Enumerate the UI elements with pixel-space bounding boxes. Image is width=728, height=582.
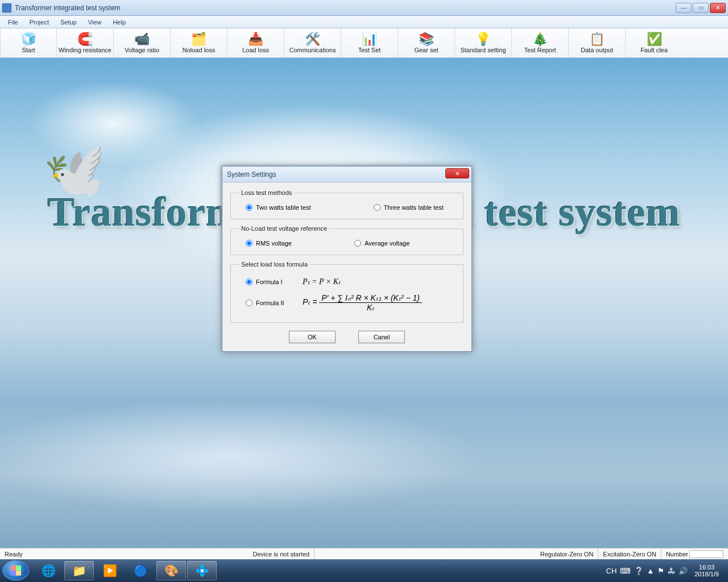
load-loss-formula-group: Select load loss formula Formula I Pₜ = …: [230, 261, 464, 323]
clock-date: 2018/1/9: [694, 571, 719, 577]
group-legend: Select load loss formula: [239, 261, 310, 268]
taskbar-explorer[interactable]: 📁: [64, 561, 94, 580]
taskbar-clock[interactable]: 16:03 2018/1/9: [691, 563, 722, 579]
dialog-titlebar[interactable]: System Settings ✕: [222, 167, 471, 182]
toolbar-label: Winding resistance: [59, 47, 111, 53]
close-button[interactable]: ✕: [710, 3, 726, 13]
status-regulator: Regulator-Zero ON: [536, 548, 599, 559]
radio-three-watts[interactable]: Three watts table test: [374, 204, 444, 211]
status-ready: Ready: [0, 548, 27, 559]
number-label: Number: [666, 551, 688, 558]
formula-1-math: Pₜ = P × Kₜ: [303, 277, 341, 286]
radio-label: Two watts table test: [256, 204, 311, 211]
toolbar-standard-setting[interactable]: 💡Standard setting: [455, 28, 512, 57]
toolbar-label: Noload loss: [183, 47, 215, 53]
toolbar-label: Data output: [581, 47, 613, 53]
radio-input[interactable]: [246, 278, 253, 285]
system-tray: CH ⌨ ❔ ▲ ⚑ 🖧 🔊 16:03 2018/1/9: [606, 563, 726, 579]
radio-formula-1[interactable]: Formula I: [246, 278, 303, 285]
status-bar: Ready Device is not started Regulator-Ze…: [0, 548, 728, 559]
app-icon: [2, 3, 11, 13]
toolbar-label: Gear set: [414, 47, 438, 53]
toolbar-label: Voltage ratio: [125, 47, 159, 53]
radio-input[interactable]: [246, 300, 253, 306]
toolbar-voltage-ratio[interactable]: 📹Voltage ratio: [114, 28, 171, 57]
minimize-button[interactable]: —: [676, 3, 692, 13]
menu-setup[interactable]: Setup: [55, 18, 82, 27]
radio-two-watts[interactable]: Two watts table test: [246, 204, 311, 211]
maximize-button[interactable]: ▭: [693, 3, 709, 13]
system-settings-dialog: System Settings ✕ Loss test methods Two …: [222, 166, 472, 352]
main-background: 🕊️ Transformer integrated test system Sy…: [0, 58, 728, 548]
radio-input[interactable]: [246, 240, 253, 247]
menu-file[interactable]: File: [2, 18, 24, 27]
menu-project[interactable]: Project: [24, 18, 55, 27]
camera-icon: 📹: [134, 33, 150, 45]
tree-icon: 🎄: [532, 33, 548, 45]
toolbar-label: Test Set: [358, 47, 381, 53]
start-button[interactable]: [2, 560, 30, 581]
radio-label: Three watts table test: [384, 204, 444, 211]
toolbar-label: Test Report: [524, 47, 556, 53]
status-number-label: Number: [661, 548, 728, 559]
toolbar-fault-clear[interactable]: ✅Fault clea: [626, 28, 682, 57]
help-icon[interactable]: ❔: [634, 567, 643, 575]
network-icon[interactable]: 🖧: [668, 567, 675, 575]
status-excitation: Excitation-Zero ON: [598, 548, 661, 559]
radio-input[interactable]: [374, 204, 380, 211]
toolbar-label: Standard setting: [460, 47, 506, 53]
toolbar-label: Start: [22, 47, 35, 53]
menu-bar: File Project Setup View Help: [0, 16, 728, 28]
radio-formula-2[interactable]: Formula II: [246, 300, 303, 306]
radio-rms-voltage[interactable]: RMS voltage: [246, 240, 292, 247]
formula-numerator: P′ + ∑ Iₙ² R × Kₜ₁ × (Kₜ² − 1): [319, 293, 422, 303]
radio-input[interactable]: [354, 240, 361, 247]
toolbar-label: Communications: [289, 47, 336, 53]
dialog-close-button[interactable]: ✕: [445, 168, 469, 178]
toolbar-start[interactable]: 🧊Start: [0, 28, 57, 57]
taskbar-ie[interactable]: 🌐: [34, 561, 63, 580]
taskbar-media[interactable]: ▶️: [95, 561, 125, 580]
menu-help[interactable]: Help: [107, 18, 131, 27]
toolbar: 🧊Start 🧲Winding resistance 📹Voltage rati…: [0, 28, 728, 58]
clipboard-icon: 📋: [589, 33, 605, 45]
group-legend: No-Load test voltage reference: [239, 225, 329, 232]
radio-label: Formula II: [256, 300, 284, 306]
chevron-up-icon[interactable]: ▲: [647, 567, 654, 575]
radio-input[interactable]: [246, 204, 253, 211]
status-device: Device is not started: [248, 548, 315, 559]
toolbar-communications[interactable]: 🛠️Communications: [284, 28, 341, 57]
clock-time: 16:03: [694, 564, 719, 571]
ime-indicator[interactable]: CH: [606, 567, 617, 575]
radio-label: RMS voltage: [256, 240, 292, 247]
ok-button[interactable]: OK: [289, 331, 336, 343]
toolbar-label: Fault clea: [640, 47, 668, 53]
menu-view[interactable]: View: [82, 18, 107, 27]
cancel-button[interactable]: Canel: [358, 331, 405, 343]
formula-denominator: Kₜ: [319, 303, 422, 312]
volume-icon[interactable]: 🔊: [679, 567, 688, 575]
window-title: Transformer integrated test system: [15, 4, 676, 12]
formula-lhs: Pₜ =: [303, 297, 319, 306]
toolbar-load-loss[interactable]: 📥Load loss: [228, 28, 284, 57]
loss-test-methods-group: Loss test methods Two watts table test T…: [230, 189, 464, 219]
radio-label: Average voltage: [365, 240, 410, 247]
flag-icon[interactable]: ⚑: [657, 567, 664, 575]
taskbar-app[interactable]: 💠: [187, 561, 217, 580]
toolbar-data-output[interactable]: 📋Data output: [569, 28, 626, 57]
taskbar-browser[interactable]: 🔵: [126, 561, 155, 580]
taskbar-paint[interactable]: 🎨: [156, 561, 186, 580]
books-icon: 📚: [419, 33, 434, 45]
keyboard-icon[interactable]: ⌨: [620, 567, 631, 575]
toolbar-test-report[interactable]: 🎄Test Report: [512, 28, 569, 57]
number-box: [689, 550, 723, 558]
toolbar-test-set[interactable]: 📊Test Set: [341, 28, 398, 57]
chart-icon: 📊: [362, 33, 377, 45]
bulb-icon: 💡: [475, 33, 491, 45]
radio-average-voltage[interactable]: Average voltage: [354, 240, 410, 247]
toolbar-gear-set[interactable]: 📚Gear set: [398, 28, 455, 57]
radio-label: Formula I: [256, 278, 282, 285]
toolbar-noload-loss[interactable]: 🗂️Noload loss: [171, 28, 228, 57]
toolbar-winding-resistance[interactable]: 🧲Winding resistance: [57, 28, 114, 57]
noload-voltage-ref-group: No-Load test voltage reference RMS volta…: [230, 225, 464, 255]
